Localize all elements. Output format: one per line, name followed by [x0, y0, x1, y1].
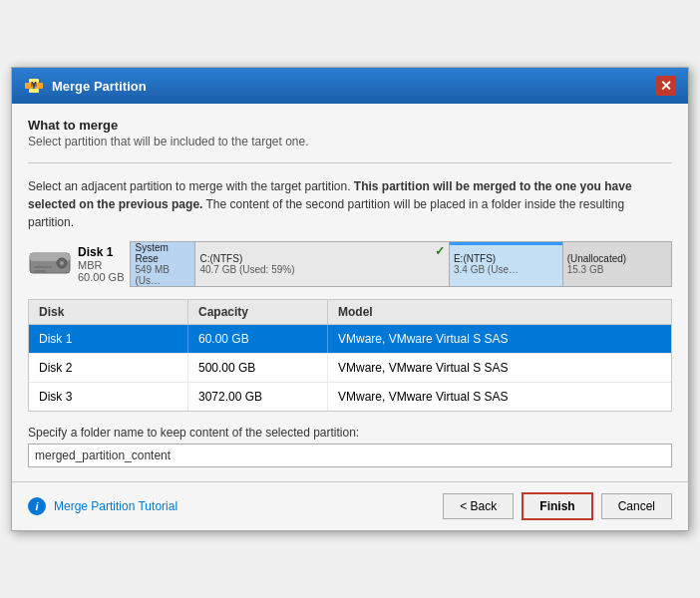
section-title: What to merge — [28, 118, 672, 133]
hdd-svg — [28, 245, 72, 281]
cell-capacity-2: 3072.00 GB — [188, 383, 328, 411]
partition-label-0: System Rese — [135, 242, 190, 264]
table-row[interactable]: Disk 1 60.00 GB VMware, VMware Virtual S… — [29, 325, 671, 354]
disk-visual-row: Disk 1 MBR 60.00 GB System Rese 549 MB (… — [28, 241, 672, 287]
partition-c-drive[interactable]: ✓ C:(NTFS) 40.7 GB (Used: 59%) — [195, 242, 450, 286]
svg-rect-3 — [29, 89, 39, 93]
cell-model-0: VMware, VMware Virtual S SAS — [328, 325, 671, 353]
table-body: Disk 1 60.00 GB VMware, VMware Virtual S… — [29, 325, 671, 411]
disk-label-name: Disk 1 — [78, 245, 124, 259]
table-row[interactable]: Disk 2 500.00 GB VMware, VMware Virtual … — [29, 354, 671, 383]
partition-unallocated[interactable]: (Unallocated) 15.3 GB — [563, 242, 671, 286]
partition-label-3: (Unallocated) — [567, 253, 667, 264]
divider-1 — [28, 162, 672, 163]
e-drive-indicator — [450, 242, 562, 245]
folder-name-label: Specify a folder name to keep content of… — [28, 426, 672, 440]
partition-e-drive[interactable]: E:(NTFS) 3.4 GB (Use… — [450, 242, 563, 286]
dialog-title: Merge Partition — [52, 79, 648, 94]
cell-capacity-1: 500.00 GB — [188, 354, 328, 382]
tutorial-link[interactable]: Merge Partition Tutorial — [54, 499, 177, 513]
disk-drive-icon — [28, 245, 72, 284]
partition-sublabel-2: 3.4 GB (Use… — [454, 264, 558, 275]
check-mark: ✓ — [435, 244, 445, 258]
disk-label-type: MBR — [78, 259, 124, 271]
cell-model-1: VMware, VMware Virtual S SAS — [328, 354, 671, 382]
help-icon[interactable]: i — [28, 497, 46, 515]
table-row[interactable]: Disk 3 3072.00 GB VMware, VMware Virtual… — [29, 383, 671, 411]
cell-disk-2: Disk 3 — [29, 383, 188, 411]
partition-label-1: C:(NTFS) — [199, 253, 445, 264]
close-button[interactable]: ✕ — [656, 76, 676, 96]
cell-disk-1: Disk 2 — [29, 354, 188, 382]
partition-sublabel-0: 549 MB (Us… — [135, 264, 190, 286]
svg-rect-9 — [34, 266, 52, 268]
dialog-window: M Merge Partition ✕ What to merge Select… — [11, 67, 689, 531]
description-prefix: Select an adjacent partition to merge wi… — [28, 179, 354, 193]
col-disk: Disk — [29, 300, 188, 324]
folder-name-section: Specify a folder name to keep content of… — [28, 426, 672, 467]
svg-point-8 — [60, 261, 64, 265]
svg-rect-10 — [34, 270, 46, 272]
disk-label-size: 60.00 GB — [78, 271, 124, 283]
col-model: Model — [328, 300, 671, 324]
finish-button[interactable]: Finish — [522, 492, 592, 520]
title-bar: M Merge Partition ✕ — [12, 68, 688, 104]
partition-sublabel-1: 40.7 GB (Used: 59%) — [199, 264, 445, 275]
cancel-button[interactable]: Cancel — [601, 493, 672, 519]
dialog-footer: i Merge Partition Tutorial < Back Finish… — [12, 481, 688, 530]
partition-label-2: E:(NTFS) — [454, 253, 558, 264]
app-icon: M — [25, 77, 43, 95]
back-button[interactable]: < Back — [443, 493, 514, 519]
cell-capacity-0: 60.00 GB — [188, 325, 328, 353]
section-subtitle: Select partition that will be included t… — [28, 135, 672, 149]
cell-model-2: VMware, VMware Virtual S SAS — [328, 383, 671, 411]
dialog-body: What to merge Select partition that will… — [12, 104, 688, 481]
section-heading: What to merge Select partition that will… — [28, 118, 672, 149]
title-bar-icon: M — [24, 76, 44, 96]
svg-text:M: M — [31, 81, 37, 88]
disk-table: Disk Capacity Model Disk 1 60.00 GB VMwa… — [28, 299, 672, 412]
partitions-bar: System Rese 549 MB (Us… ✓ C:(NTFS) 40.7 … — [130, 241, 672, 287]
cell-disk-0: Disk 1 — [29, 325, 188, 353]
description-text: Select an adjacent partition to merge wi… — [28, 177, 672, 231]
folder-name-input[interactable] — [28, 444, 672, 467]
col-capacity: Capacity — [188, 300, 328, 324]
partition-sublabel-3: 15.3 GB — [567, 264, 667, 275]
disk-label: Disk 1 MBR 60.00 GB — [78, 245, 124, 283]
table-header: Disk Capacity Model — [29, 300, 671, 325]
partition-system-reserved[interactable]: System Rese 549 MB (Us… — [131, 242, 195, 286]
